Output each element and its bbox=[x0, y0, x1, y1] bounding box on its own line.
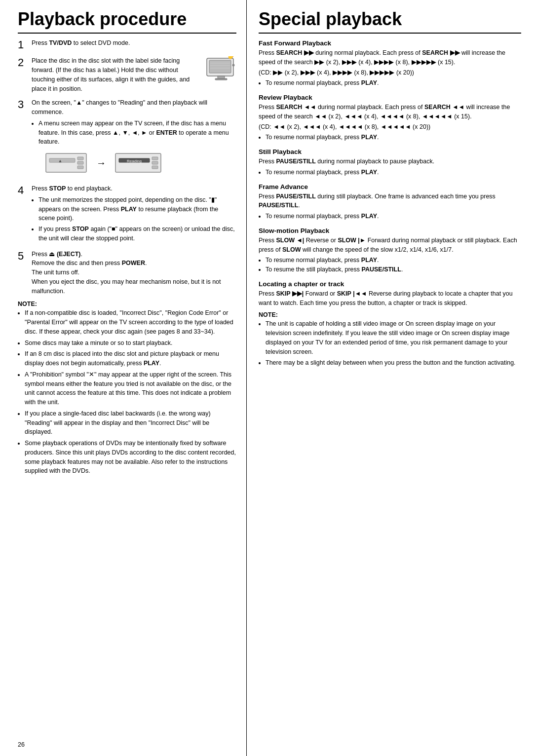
slow-motion-bullet-2: To resume the still playback, press PAUS… bbox=[266, 265, 521, 274]
step-5-content: Press ⏏ (EJECT). Remove the disc and the… bbox=[32, 250, 236, 296]
fast-forward-cd: (CD: ▶▶ (x 2), ▶▶▶ (x 4), ▶▶▶▶ (x 8), ▶▶… bbox=[259, 68, 521, 77]
locate-chapter-body: Press SKIP ▶▶| Forward or SKIP |◄◄ Rever… bbox=[259, 289, 521, 308]
svg-rect-20 bbox=[152, 166, 158, 169]
dvd-player-closed: ▲ bbox=[45, 150, 87, 176]
svg-rect-12 bbox=[77, 157, 83, 160]
step-3-number: 3 bbox=[18, 98, 32, 111]
section-fast-forward: Fast Forward Playback Press SEARCH ▶▶ du… bbox=[259, 39, 521, 88]
page-number: 26 bbox=[18, 741, 25, 748]
right-note-section: NOTE: The unit is capable of holding a s… bbox=[259, 311, 521, 368]
right-column: Special playback Fast Forward Playback P… bbox=[247, 0, 533, 756]
svg-rect-6 bbox=[215, 78, 227, 80]
step-2: 2 Place the disc in the disc slot with t… bbox=[18, 56, 236, 93]
step-2-content: Place the disc in the disc slot with the… bbox=[32, 56, 236, 93]
fast-forward-body: Press SEARCH ▶▶ during normal playback. … bbox=[259, 48, 521, 67]
still-body: Press PAUSE/STILL during normal playback… bbox=[259, 157, 521, 166]
left-note-5: If you place a single-faced disc label b… bbox=[25, 409, 236, 437]
fast-forward-title: Fast Forward Playback bbox=[259, 39, 521, 47]
left-note-4: A "Prohibition" symbol "✕" may appear at… bbox=[25, 370, 236, 407]
step-3-illustration: ▲ → Reading bbox=[45, 150, 236, 176]
step-3-bullet-1: A menu screen may appear on the TV scree… bbox=[38, 119, 236, 147]
still-bullets: To resume normal playback, press PLAY. bbox=[259, 168, 521, 177]
section-still: Still Playback Press PAUSE/STILL during … bbox=[259, 148, 521, 177]
frame-advance-bullets: To resume normal playback, press PLAY. bbox=[259, 212, 521, 221]
step-3-bullets: A menu screen may appear on the TV scree… bbox=[32, 119, 236, 147]
section-review: Review Playback Press SEARCH ◄◄ during n… bbox=[259, 94, 521, 142]
left-note-section: NOTE: If a non-compatible disc is loaded… bbox=[18, 301, 236, 476]
frame-advance-title: Frame Advance bbox=[259, 183, 521, 190]
right-note-2: There may be a slight delay between when… bbox=[266, 358, 521, 368]
step-4-content: Press STOP to end playback. The unit mem… bbox=[32, 184, 236, 245]
step-2-number: 2 bbox=[18, 56, 32, 69]
step-3-content: On the screen, "▲" changes to "Reading" … bbox=[32, 98, 236, 179]
left-note-list: If a non-compatible disc is loaded, "Inc… bbox=[18, 308, 236, 476]
tv-illustration: ✋ bbox=[206, 56, 236, 82]
section-slow-motion: Slow-motion Playback Press SLOW ◄| Rever… bbox=[259, 227, 521, 274]
svg-rect-18 bbox=[152, 157, 158, 160]
left-column: Playback procedure 1 Press TV/DVD to sel… bbox=[0, 0, 247, 756]
left-note-6: Some playback operations of DVDs may be … bbox=[25, 439, 236, 476]
step-1: 1 Press TV/DVD to select DVD mode. bbox=[18, 38, 236, 51]
slow-motion-bullet-1: To resume normal playback, press PLAY. bbox=[266, 256, 521, 265]
svg-rect-19 bbox=[152, 161, 158, 164]
review-bullets: To resume normal playback, press PLAY. bbox=[259, 133, 521, 142]
dvd-player-reading: Reading bbox=[115, 150, 162, 176]
svg-rect-5 bbox=[218, 76, 225, 78]
svg-text:✋: ✋ bbox=[227, 56, 235, 60]
right-note-label: NOTE: bbox=[259, 311, 521, 318]
step-5: 5 Press ⏏ (EJECT). Remove the disc and t… bbox=[18, 250, 236, 296]
step-2-illustration: ✋ bbox=[206, 56, 236, 82]
still-title: Still Playback bbox=[259, 148, 521, 155]
slow-motion-bullets: To resume normal playback, press PLAY. T… bbox=[259, 256, 521, 274]
svg-rect-14 bbox=[77, 166, 83, 169]
step-4-bullets: The unit memorizes the stopped point, de… bbox=[32, 195, 236, 243]
step-4: 4 Press STOP to end playback. The unit m… bbox=[18, 184, 236, 245]
slow-motion-title: Slow-motion Playback bbox=[259, 227, 521, 234]
left-title: Playback procedure bbox=[18, 9, 236, 34]
svg-rect-13 bbox=[77, 161, 83, 164]
right-note-list: The unit is capable of holding a still v… bbox=[259, 319, 521, 368]
svg-text:Reading: Reading bbox=[127, 159, 142, 163]
left-note-2: Some discs may take a minute or so to st… bbox=[25, 339, 236, 348]
frame-advance-bullet-1: To resume normal playback, press PLAY. bbox=[266, 212, 521, 221]
svg-text:▲: ▲ bbox=[58, 158, 63, 163]
step-1-number: 1 bbox=[18, 38, 32, 51]
fast-forward-bullet-1: To resume normal playback, press PLAY. bbox=[266, 78, 521, 88]
step-5-number: 5 bbox=[18, 250, 32, 263]
step-2-text: Place the disc in the disc slot with the… bbox=[32, 56, 201, 93]
step-4-bullet-2: If you press STOP again ("■" appears on … bbox=[38, 225, 236, 243]
left-note-1: If a non-compatible disc is loaded, "Inc… bbox=[25, 308, 236, 336]
right-note-1: The unit is capable of holding a still v… bbox=[266, 319, 521, 356]
review-bullet-1: To resume normal playback, press PLAY. bbox=[266, 133, 521, 142]
review-title: Review Playback bbox=[259, 94, 521, 101]
review-body: Press SEARCH ◄◄ during normal playback. … bbox=[259, 103, 521, 121]
step-1-content: Press TV/DVD to select DVD mode. bbox=[32, 38, 236, 48]
section-locate-chapter: Locating a chapter or track Press SKIP ▶… bbox=[259, 280, 521, 308]
left-note-label: NOTE: bbox=[18, 301, 236, 307]
step-3: 3 On the screen, "▲" changes to "Reading… bbox=[18, 98, 236, 179]
svg-rect-1 bbox=[209, 60, 231, 73]
svg-point-7 bbox=[232, 64, 235, 67]
still-bullet-1: To resume normal playback, press PLAY. bbox=[266, 168, 521, 177]
right-title: Special playback bbox=[259, 9, 521, 34]
frame-advance-body: Press PAUSE/STILL during still playback.… bbox=[259, 192, 521, 211]
left-note-3: If an 8 cm disc is placed into the disc … bbox=[25, 349, 236, 368]
step-4-bullet-1: The unit memorizes the stopped point, de… bbox=[38, 195, 236, 223]
step-3-arrow: → bbox=[96, 155, 106, 170]
review-cd: (CD: ◄◄ (x 2), ◄◄◄ (x 4), ◄◄◄◄ (x 8), ◄◄… bbox=[259, 122, 521, 132]
section-frame-advance: Frame Advance Press PAUSE/STILL during s… bbox=[259, 183, 521, 221]
step-4-number: 4 bbox=[18, 184, 32, 197]
locate-chapter-title: Locating a chapter or track bbox=[259, 280, 521, 288]
fast-forward-bullets: To resume normal playback, press PLAY. bbox=[259, 78, 521, 88]
slow-motion-body: Press SLOW ◄| Reverse or SLOW |► Forward… bbox=[259, 236, 521, 255]
